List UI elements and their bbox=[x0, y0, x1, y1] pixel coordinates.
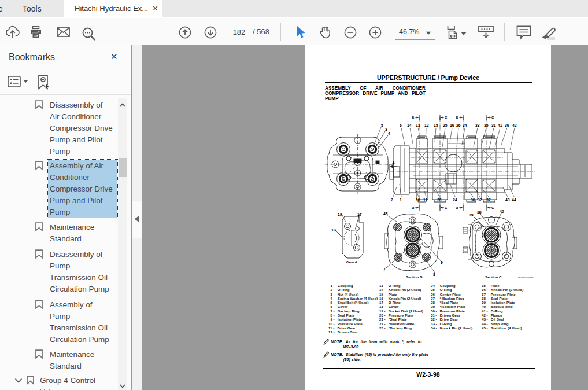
svg-text:10: 10 bbox=[416, 198, 420, 202]
svg-text:2: 2 bbox=[391, 198, 393, 202]
svg-text:43: 43 bbox=[505, 198, 510, 202]
svg-text:5: 5 bbox=[381, 123, 383, 127]
svg-text:45: 45 bbox=[383, 212, 388, 216]
svg-text:8: 8 bbox=[433, 273, 435, 277]
svg-text:39: 39 bbox=[469, 213, 474, 217]
svg-text:25: 25 bbox=[443, 123, 448, 127]
svg-text:36: 36 bbox=[505, 123, 509, 127]
svg-text:38: 38 bbox=[477, 210, 482, 214]
svg-text:6: 6 bbox=[400, 123, 402, 127]
svg-text:C: C bbox=[491, 116, 494, 119]
svg-text:34: 34 bbox=[463, 123, 467, 127]
svg-text:View A: View A bbox=[346, 260, 357, 264]
svg-text:41: 41 bbox=[498, 123, 502, 127]
svg-text:17: 17 bbox=[357, 212, 362, 216]
svg-text:B: B bbox=[412, 116, 415, 119]
svg-text:Section B: Section B bbox=[406, 275, 423, 279]
svg-text:16: 16 bbox=[450, 123, 454, 127]
svg-text:11: 11 bbox=[423, 198, 427, 202]
svg-text:1: 1 bbox=[400, 198, 402, 202]
svg-text:9: 9 bbox=[441, 260, 443, 264]
svg-text:3: 3 bbox=[385, 127, 387, 131]
svg-text:4: 4 bbox=[388, 131, 390, 135]
svg-text:26: 26 bbox=[456, 123, 461, 127]
svg-text:40: 40 bbox=[500, 209, 504, 214]
svg-text:14: 14 bbox=[407, 123, 412, 127]
svg-text:15: 15 bbox=[434, 123, 438, 127]
svg-text:37: 37 bbox=[486, 198, 491, 202]
svg-text:20: 20 bbox=[437, 198, 442, 202]
svg-text:42: 42 bbox=[512, 123, 517, 127]
svg-text:C: C bbox=[445, 116, 448, 119]
svg-text:18: 18 bbox=[331, 228, 336, 232]
svg-text:B: B bbox=[456, 116, 458, 119]
svg-text:7: 7 bbox=[383, 267, 386, 271]
svg-text:35: 35 bbox=[484, 123, 489, 127]
svg-text:44: 44 bbox=[512, 198, 516, 202]
svg-text:31: 31 bbox=[491, 123, 496, 127]
svg-text:Section C: Section C bbox=[485, 275, 502, 279]
svg-text:13: 13 bbox=[416, 123, 420, 127]
svg-text:19: 19 bbox=[338, 212, 342, 216]
svg-text:33: 33 bbox=[475, 123, 480, 127]
svg-text:30: 30 bbox=[471, 198, 475, 202]
svg-text:12: 12 bbox=[424, 123, 429, 127]
svg-text:32: 32 bbox=[478, 198, 482, 202]
svg-text:24: 24 bbox=[453, 198, 457, 202]
svg-text:W18B-02-04-060: W18B-02-04-060 bbox=[518, 277, 534, 279]
svg-text:A: A bbox=[392, 161, 395, 165]
